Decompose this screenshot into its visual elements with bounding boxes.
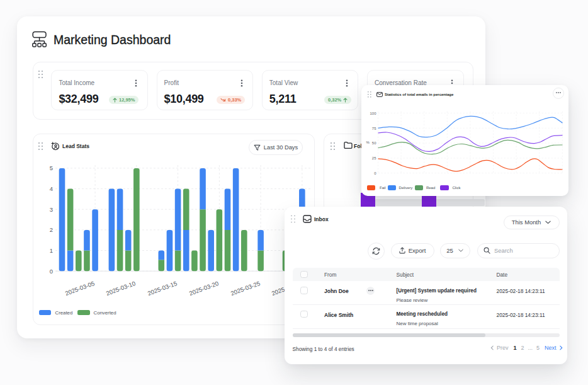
svg-text:1: 1 (50, 247, 53, 254)
svg-text:50: 50 (371, 141, 376, 145)
svg-text:5: 5 (50, 164, 53, 171)
svg-text:2: 2 (50, 226, 53, 233)
svg-text:4: 4 (50, 185, 53, 192)
svg-text:0: 0 (374, 171, 376, 175)
svg-text:25: 25 (371, 156, 376, 160)
svg-text:3: 3 (50, 206, 53, 213)
svg-text:75: 75 (371, 126, 376, 130)
svg-text:100: 100 (370, 111, 376, 115)
svg-text:0: 0 (50, 268, 53, 275)
